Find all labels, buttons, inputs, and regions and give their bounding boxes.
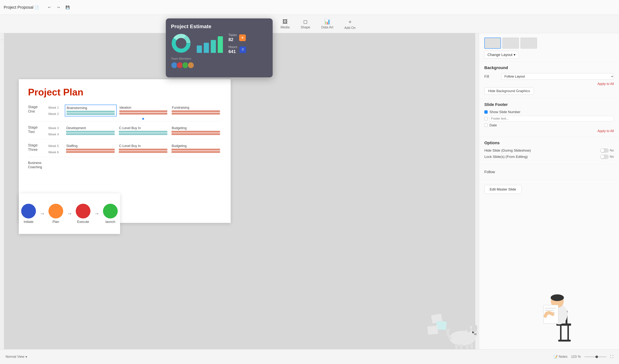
circles-slide: Initiate → Plan → Execute → launch bbox=[19, 194, 120, 234]
tool-add-on[interactable]: ＋ Add On bbox=[344, 18, 356, 30]
selection-handle bbox=[142, 118, 144, 120]
fill-select[interactable]: Follow Layout bbox=[501, 73, 614, 80]
hide-slide-label: Hide Slide (During Slideshow) bbox=[484, 148, 531, 153]
stage-three-weeks: Week 5 Week 6 bbox=[48, 143, 65, 155]
svg-rect-22 bbox=[455, 344, 458, 349]
svg-rect-24 bbox=[466, 344, 469, 349]
donut-chart bbox=[171, 33, 191, 54]
zoom-slider[interactable] bbox=[584, 356, 606, 357]
svg-rect-5 bbox=[567, 326, 569, 340]
float-card: Project Estimate Tasks 82 ★ bbox=[166, 18, 273, 77]
sidebar-arrow-up[interactable]: › bbox=[0, 37, 4, 42]
undo-button[interactable]: ↩ bbox=[45, 4, 53, 11]
circle-execute bbox=[76, 204, 90, 219]
hide-bg-button[interactable]: Hide Background Graphics bbox=[484, 87, 534, 95]
tool-media[interactable]: 🖼 Media bbox=[281, 19, 290, 29]
notes-button[interactable]: 📝 Notes bbox=[554, 355, 567, 359]
fullscreen-button[interactable]: ⛶ bbox=[610, 355, 614, 359]
svg-rect-25 bbox=[470, 343, 473, 349]
footer-text-row bbox=[484, 116, 614, 121]
follow-row: Follow bbox=[484, 168, 614, 176]
edit-master-section: Edit Master Slide bbox=[479, 179, 619, 199]
redo-button[interactable]: ↪ bbox=[55, 4, 62, 11]
week6-label: Week 6 bbox=[48, 149, 65, 155]
edit-master-button[interactable]: Edit Master Slide bbox=[484, 185, 521, 194]
bar-2 bbox=[204, 43, 209, 53]
execute-label: Execute bbox=[77, 220, 89, 224]
budgeting-cell-2[interactable]: Budgeting bbox=[170, 125, 222, 136]
ideation-cell[interactable]: Ideation bbox=[118, 105, 169, 116]
stage-one-tasks: Brainstorming Ideation Fundraising bbox=[65, 105, 222, 120]
gantt-row-stage-one: StageOne Week 1 Week 2 Brainstorming bbox=[28, 103, 222, 121]
file-icon: 📄 bbox=[35, 5, 39, 9]
zoom-value: 123 bbox=[571, 355, 577, 359]
footer-text-checkbox[interactable] bbox=[484, 117, 488, 120]
zoom-level: 123 % bbox=[571, 355, 581, 359]
c-level-cell-3[interactable]: C-Level Buy In bbox=[117, 143, 169, 154]
options-section: Options Hide Slide (During Slideshow) No… bbox=[479, 137, 619, 165]
hide-slide-toggle[interactable]: No bbox=[600, 148, 614, 153]
hide-slide-knob bbox=[601, 149, 604, 152]
fundraising-cell[interactable]: Fundraising bbox=[170, 105, 222, 116]
view-mode[interactable]: Normal View ▾ bbox=[5, 355, 27, 359]
save-button[interactable]: 💾 bbox=[64, 4, 71, 11]
brainstorming-cell[interactable]: Brainstorming bbox=[65, 105, 117, 116]
apply-to-all-link[interactable]: Apply to All bbox=[484, 82, 614, 86]
c-level-cell-2[interactable]: C-Level Buy In bbox=[117, 125, 169, 136]
slide-canvas: Project Plan StageOne Week 1 Week 2 Brai… bbox=[4, 33, 475, 349]
bar-4 bbox=[218, 36, 223, 53]
notes-icon: 📝 bbox=[554, 355, 558, 359]
date-checkbox[interactable] bbox=[484, 124, 488, 127]
svg-rect-23 bbox=[460, 344, 463, 349]
stage-one-col: StageOne bbox=[28, 105, 48, 113]
svg-rect-6 bbox=[558, 340, 571, 341]
fill-label: Fill bbox=[484, 74, 499, 79]
hours-stat: Hours 641 ⏱ bbox=[228, 45, 246, 54]
arrow-1: → bbox=[40, 211, 45, 217]
tool-data-art[interactable]: 📊 Data Art bbox=[321, 19, 333, 29]
data-art-icon: 📊 bbox=[324, 19, 331, 25]
tasks-label: Tasks bbox=[228, 33, 237, 37]
footer-text-input[interactable] bbox=[490, 116, 614, 121]
budgeting-cell-3[interactable]: Budgeting bbox=[170, 143, 222, 154]
hide-slide-track[interactable] bbox=[600, 148, 609, 153]
lock-slide-toggle[interactable]: No bbox=[600, 154, 614, 159]
arrow-2: → bbox=[67, 211, 72, 217]
stage-three-col: StageThree bbox=[28, 143, 48, 152]
change-layout-button[interactable]: Change Layout ▾ bbox=[484, 51, 519, 58]
arrow-3: → bbox=[94, 211, 99, 217]
lock-slide-track[interactable] bbox=[600, 154, 609, 159]
floating-papers bbox=[424, 312, 453, 342]
gantt-row-stage-three: StageThree Week 5 Week 6 Staffing C- bbox=[28, 141, 222, 157]
stage-three-name: StageThree bbox=[28, 143, 48, 152]
development-cell[interactable]: Development bbox=[65, 125, 116, 136]
circle-initiate bbox=[21, 204, 36, 219]
team-label: Team Members bbox=[171, 57, 267, 60]
circle-launch bbox=[103, 204, 118, 219]
apply-to-all-link-2[interactable]: Apply to All bbox=[484, 129, 614, 133]
staffing-cell[interactable]: Staffing bbox=[65, 143, 116, 154]
layout-thumb-2[interactable] bbox=[502, 38, 519, 49]
week2-label: Week 2 bbox=[48, 111, 65, 117]
zoom-percent: % bbox=[578, 355, 581, 359]
week1-label: Week 1 bbox=[48, 105, 65, 111]
fill-row: Fill Follow Layout bbox=[484, 73, 614, 80]
team-section: Team Members bbox=[171, 57, 267, 69]
show-slide-number-label: Show Slide Number bbox=[490, 110, 521, 114]
hours-icon: ⏱ bbox=[239, 46, 246, 53]
status-bar: Normal View ▾ 📝 Notes 123 % ⛶ bbox=[0, 349, 619, 364]
float-card-body: Tasks 82 ★ Hours 641 ⏱ bbox=[171, 33, 267, 54]
layout-thumb-3[interactable] bbox=[521, 38, 537, 49]
shape-icon: ◻ bbox=[303, 19, 308, 25]
show-slide-number-checkbox[interactable] bbox=[484, 110, 488, 114]
stage-one-weeks: Week 1 Week 2 bbox=[48, 105, 65, 117]
step-execute: Execute bbox=[76, 204, 90, 224]
budgeting-title-3: Budgeting bbox=[172, 144, 220, 148]
tool-shape[interactable]: ◻ Shape bbox=[301, 19, 310, 29]
follow-label: Follow bbox=[484, 170, 495, 174]
layout-thumb-1[interactable] bbox=[484, 38, 501, 49]
lock-slide-value: No bbox=[610, 155, 614, 159]
week4-label: Week 4 bbox=[48, 131, 65, 138]
week5-label: Week 5 bbox=[48, 143, 65, 149]
c-level-title-3: C-Level Buy In bbox=[119, 144, 167, 148]
